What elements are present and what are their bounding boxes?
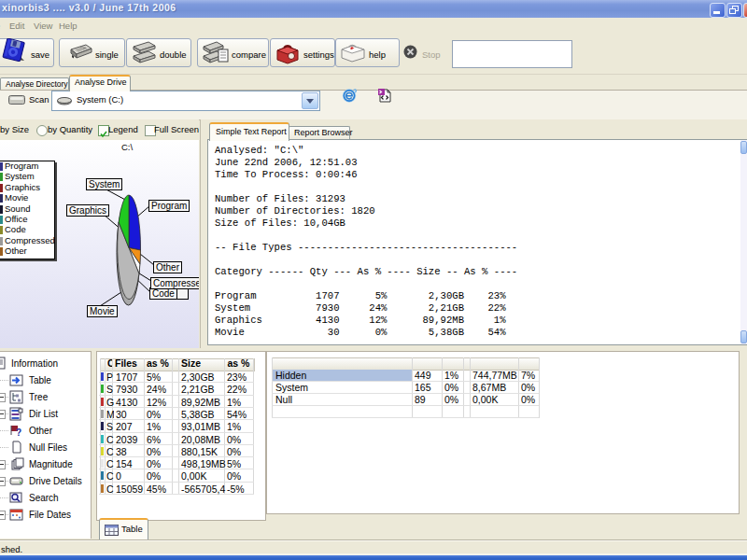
- svg-text:?: ?: [16, 427, 21, 438]
